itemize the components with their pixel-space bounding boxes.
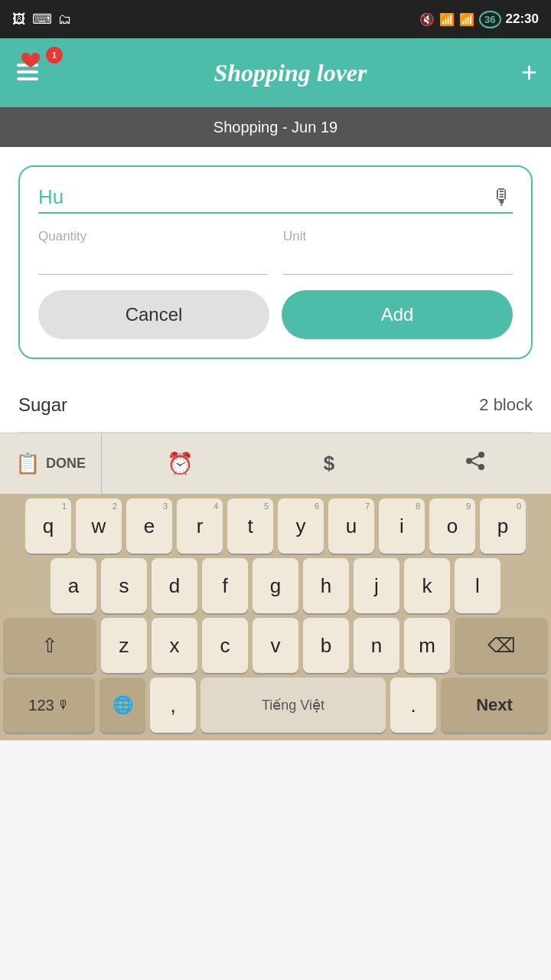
key-row-3: ⇧ z x c v b n m ⌫ bbox=[3, 618, 548, 673]
list-item: Sugar 2 block bbox=[18, 377, 533, 433]
wifi-icon: 📶 bbox=[439, 12, 455, 27]
svg-line-6 bbox=[469, 455, 481, 461]
key-v[interactable]: v bbox=[253, 618, 298, 673]
done-button[interactable]: 📋 DONE bbox=[0, 433, 102, 494]
qty-unit-row: Quantity Unit bbox=[38, 229, 513, 275]
list-area: Sugar 2 block bbox=[0, 377, 551, 433]
key-row-1: q1 w2 e3 r4 t5 y6 u7 i8 o9 p0 bbox=[3, 498, 548, 554]
keyboard-mic-icon: 🎙 bbox=[57, 698, 70, 712]
status-bar: 🖼 ⌨ 🗂 🔇 📶 📶 36 22:30 bbox=[0, 0, 551, 38]
key-row-2: a s d f g h j k l bbox=[3, 558, 548, 613]
key-m[interactable]: m bbox=[404, 618, 450, 673]
key-w[interactable]: w2 bbox=[76, 498, 122, 554]
done-label: DONE bbox=[46, 456, 86, 472]
notification-badge: 1 bbox=[46, 47, 63, 64]
key-row-4: 123 🎙 🌐 , Tiếng Việt . Next bbox=[3, 678, 548, 733]
key-r[interactable]: r4 bbox=[177, 498, 223, 554]
unit-label: Unit bbox=[283, 229, 513, 244]
key-comma[interactable]: , bbox=[150, 678, 196, 733]
app-bar: 1 Shopping lover + bbox=[0, 38, 551, 107]
app-bar-left[interactable]: 1 bbox=[14, 50, 60, 96]
battery-level: 36 bbox=[479, 11, 500, 28]
status-left-icons: 🖼 ⌨ 🗂 bbox=[12, 11, 72, 28]
key-k[interactable]: k bbox=[404, 558, 450, 613]
svg-line-7 bbox=[469, 461, 481, 467]
key-d[interactable]: d bbox=[152, 558, 197, 613]
key-a[interactable]: a bbox=[51, 558, 96, 613]
key-c[interactable]: c bbox=[202, 618, 248, 673]
toolbar-extra-icons: ⏰ $ bbox=[102, 450, 551, 477]
item-name-input[interactable] bbox=[38, 182, 491, 212]
quantity-label: Quantity bbox=[38, 229, 268, 244]
item-input-row: 🎙 bbox=[38, 182, 513, 214]
svg-rect-1 bbox=[17, 70, 38, 74]
photo-icon: 🖼 bbox=[12, 11, 26, 28]
key-p[interactable]: p0 bbox=[480, 498, 526, 554]
next-key[interactable]: Next bbox=[441, 678, 548, 733]
key-o[interactable]: o9 bbox=[429, 498, 475, 554]
dialog-area: 🎙 Quantity Unit Cancel Add bbox=[0, 147, 551, 377]
cancel-button[interactable]: Cancel bbox=[38, 290, 269, 339]
dialog-box: 🎙 Quantity Unit Cancel Add bbox=[18, 165, 533, 359]
file-icon: 🗂 bbox=[58, 11, 72, 28]
dollar-icon[interactable]: $ bbox=[308, 452, 350, 475]
key-n[interactable]: n bbox=[354, 618, 399, 673]
key-y[interactable]: y6 bbox=[278, 498, 324, 554]
add-button[interactable]: + bbox=[521, 57, 537, 89]
list-item-qty: 2 block bbox=[479, 395, 533, 415]
time-display: 22:30 bbox=[506, 11, 539, 27]
sub-header: Shopping - Jun 19 bbox=[0, 107, 551, 147]
key-q[interactable]: q1 bbox=[25, 498, 71, 554]
key-l[interactable]: l bbox=[455, 558, 500, 613]
mic-icon[interactable]: 🎙 bbox=[491, 185, 513, 210]
key-123-label: 123 bbox=[28, 697, 54, 714]
keyboard-toolbar: 📋 DONE ⏰ $ bbox=[0, 433, 551, 494]
key-e[interactable]: e3 bbox=[126, 498, 172, 554]
shift-key[interactable]: ⇧ bbox=[3, 618, 96, 673]
key-123[interactable]: 123 🎙 bbox=[3, 678, 95, 733]
sub-header-title: Shopping - Jun 19 bbox=[214, 119, 337, 136]
share-icon[interactable] bbox=[449, 450, 501, 477]
key-s[interactable]: s bbox=[101, 558, 147, 613]
key-space[interactable]: Tiếng Việt bbox=[201, 678, 386, 733]
key-period[interactable]: . bbox=[390, 678, 436, 733]
key-h[interactable]: h bbox=[303, 558, 349, 613]
key-f[interactable]: f bbox=[202, 558, 248, 613]
alarm-icon[interactable]: ⏰ bbox=[152, 451, 209, 476]
key-g[interactable]: g bbox=[253, 558, 298, 613]
key-t[interactable]: t5 bbox=[227, 498, 273, 554]
add-button-dialog[interactable]: Add bbox=[282, 290, 513, 339]
list-item-name: Sugar bbox=[18, 394, 67, 416]
key-z[interactable]: z bbox=[101, 618, 147, 673]
mute-icon: 🔇 bbox=[419, 12, 435, 27]
svg-rect-2 bbox=[17, 77, 38, 80]
backspace-key[interactable]: ⌫ bbox=[455, 618, 548, 673]
key-b[interactable]: b bbox=[303, 618, 349, 673]
key-j[interactable]: j bbox=[354, 558, 399, 613]
key-u[interactable]: u7 bbox=[328, 498, 374, 554]
key-x[interactable]: x bbox=[152, 618, 197, 673]
keyboard-icon: ⌨ bbox=[32, 11, 52, 28]
quantity-input[interactable] bbox=[38, 250, 268, 275]
app-title: Shopping lover bbox=[214, 59, 367, 87]
unit-col: Unit bbox=[283, 229, 513, 275]
dialog-buttons: Cancel Add bbox=[38, 290, 513, 339]
keyboard: q1 w2 e3 r4 t5 y6 u7 i8 o9 p0 a s d f g … bbox=[0, 494, 551, 740]
key-i[interactable]: i8 bbox=[379, 498, 425, 554]
unit-input[interactable] bbox=[283, 250, 513, 275]
key-globe[interactable]: 🌐 bbox=[99, 678, 145, 733]
status-right: 🔇 📶 📶 36 22:30 bbox=[419, 11, 539, 28]
clipboard-icon: 📋 bbox=[15, 452, 40, 475]
signal-icon: 📶 bbox=[459, 12, 474, 27]
quantity-col: Quantity bbox=[38, 229, 268, 275]
